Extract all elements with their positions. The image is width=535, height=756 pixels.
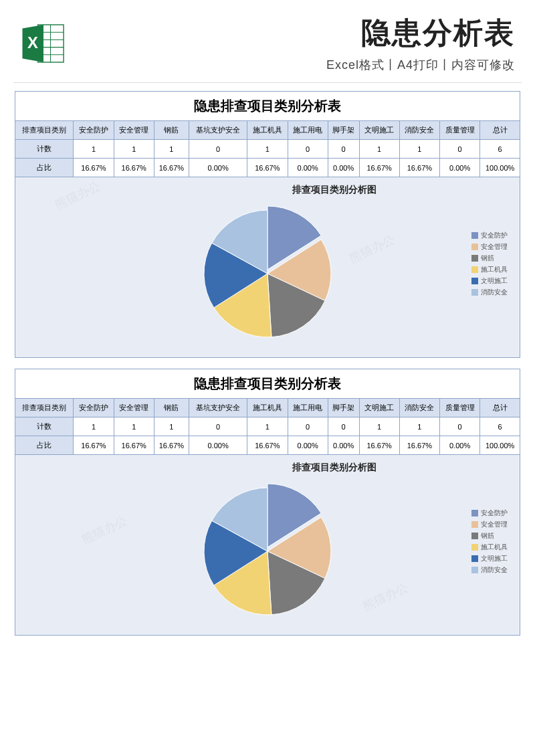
legend-label: 钢筋 — [481, 254, 494, 263]
legend-swatch — [471, 244, 478, 250]
chart-title: 排查项目类别分析图 — [157, 462, 512, 474]
cell: 16.67% — [154, 159, 189, 177]
legend-label: 文明施工 — [481, 554, 508, 563]
cell: 0.00% — [328, 159, 359, 177]
col-header: 安全防护 — [74, 399, 114, 417]
col-header: 文明施工 — [359, 399, 399, 417]
legend-swatch — [471, 278, 478, 284]
cell: 16.67% — [247, 436, 288, 455]
col-header: 文明施工 — [359, 121, 399, 140]
cell: 1 — [359, 140, 399, 159]
cell: 0 — [288, 140, 328, 159]
sheet-1: 隐患排查项目类别分析表 排查项目类别安全防护安全管理钢筋基坑支护安全施工机具施工… — [15, 91, 520, 358]
cell: 1 — [399, 140, 439, 159]
legend-item: 安全防护 — [471, 231, 508, 240]
col-header: 总计 — [480, 121, 520, 140]
cell: 1 — [359, 417, 399, 436]
cell: 16.67% — [247, 159, 288, 177]
cell: 0 — [440, 417, 480, 436]
cell: 0.00% — [189, 436, 247, 455]
col-header: 施工机具 — [247, 121, 288, 140]
cell: 0.00% — [288, 436, 328, 455]
legend-item: 消防安全 — [471, 288, 508, 297]
row-label: 占比 — [15, 159, 74, 177]
sheet-title: 隐患排查项目类别分析表 — [15, 91, 520, 120]
col-header: 钢筋 — [154, 121, 189, 140]
cell: 0 — [440, 140, 480, 159]
row-label: 计数 — [15, 140, 74, 159]
legend-item: 钢筋 — [471, 254, 508, 263]
col-header: 排查项目类别 — [15, 399, 74, 417]
cell: 0 — [328, 140, 359, 159]
cell: 1 — [114, 417, 154, 436]
legend-label: 施工机具 — [481, 543, 508, 552]
svg-text:X: X — [27, 33, 38, 52]
chart-legend: 安全防护安全管理钢筋施工机具文明施工消防安全 — [471, 231, 508, 299]
cell: 1 — [114, 140, 154, 159]
cell: 0.00% — [288, 159, 328, 177]
page-title: 隐患分析表 — [80, 13, 515, 53]
legend-label: 消防安全 — [481, 288, 508, 297]
cell: 0.00% — [189, 159, 247, 177]
pie-chart: 安全防护16%安全管理16%钢筋17%施工机具17%文明施工17%消防安全17% — [160, 200, 374, 347]
table-row: 计数11101001106 — [15, 417, 520, 436]
legend-label: 施工机具 — [481, 265, 508, 274]
col-header: 质量管理 — [440, 399, 480, 417]
data-table: 排查项目类别安全防护安全管理钢筋基坑支护安全施工机具施工用电脚手架文明施工消防安… — [15, 120, 520, 177]
chart-area-2: 排查项目类别分析图 安全防护16%安全管理16%钢筋17%施工机具17%文明施工… — [15, 455, 520, 636]
cell: 0.00% — [440, 436, 480, 455]
legend-swatch — [471, 255, 478, 262]
excel-icon: X — [20, 20, 67, 67]
cell: 16.67% — [114, 436, 154, 455]
table-row: 计数11101001106 — [15, 140, 520, 159]
legend-swatch — [471, 555, 478, 562]
legend-swatch — [471, 232, 478, 239]
cell: 6 — [480, 417, 520, 436]
cell: 16.67% — [74, 159, 114, 177]
legend-item: 文明施工 — [471, 276, 508, 286]
cell: 100.00% — [480, 436, 520, 455]
cell: 100.00% — [480, 159, 520, 177]
divider — [13, 82, 522, 83]
cell: 1 — [154, 417, 189, 436]
page-header: X 隐患分析表 Excel格式丨A4打印丨内容可修改 — [0, 0, 535, 80]
legend-item: 安全管理 — [471, 242, 508, 252]
cell: 1 — [247, 417, 288, 436]
cell: 0 — [328, 417, 359, 436]
chart-title: 排查项目类别分析图 — [157, 184, 512, 196]
cell: 0 — [189, 140, 247, 159]
chart-legend: 安全防护安全管理钢筋施工机具文明施工消防安全 — [471, 508, 508, 577]
col-header: 脚手架 — [328, 399, 359, 417]
legend-swatch — [471, 266, 478, 273]
sheet-2: 隐患排查项目类别分析表 排查项目类别安全防护安全管理钢筋基坑支护安全施工机具施工… — [15, 369, 520, 636]
legend-swatch — [471, 533, 478, 539]
legend-item: 钢筋 — [471, 531, 508, 541]
cell: 16.67% — [154, 436, 189, 455]
col-header: 安全管理 — [114, 121, 154, 140]
row-label: 计数 — [15, 417, 74, 436]
legend-item: 安全管理 — [471, 520, 508, 529]
col-header: 排查项目类别 — [15, 121, 74, 140]
col-header: 施工机具 — [247, 399, 288, 417]
page-subtitle: Excel格式丨A4打印丨内容可修改 — [80, 57, 515, 73]
col-header: 消防安全 — [399, 121, 439, 140]
cell: 16.67% — [399, 159, 439, 177]
row-label: 占比 — [15, 436, 74, 455]
legend-swatch — [471, 521, 478, 528]
cell: 0.00% — [440, 159, 480, 177]
legend-label: 安全管理 — [481, 520, 508, 529]
cell: 16.67% — [74, 436, 114, 455]
col-header: 施工用电 — [288, 121, 328, 140]
cell: 0.00% — [328, 436, 359, 455]
col-header: 脚手架 — [328, 121, 359, 140]
chart-area-1: 排查项目类别分析图 安全防护16%安全管理16%钢筋17%施工机具17%文明施工… — [15, 177, 520, 358]
col-header: 钢筋 — [154, 399, 189, 417]
legend-label: 消防安全 — [481, 565, 508, 575]
cell: 1 — [399, 417, 439, 436]
legend-label: 安全防护 — [481, 231, 508, 240]
cell: 16.67% — [399, 436, 439, 455]
table-row: 占比16.67%16.67%16.67%0.00%16.67%0.00%0.00… — [15, 436, 520, 455]
cell: 16.67% — [359, 159, 399, 177]
col-header: 质量管理 — [440, 121, 480, 140]
legend-item: 文明施工 — [471, 554, 508, 563]
